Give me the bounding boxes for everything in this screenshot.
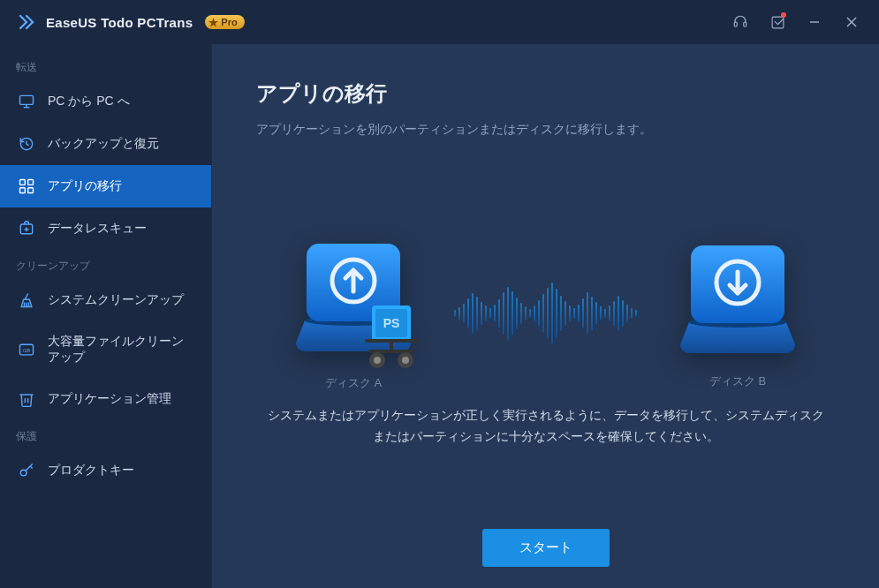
sidebar-item-label: システムクリーンアップ [48,292,184,308]
sidebar-section-transfer: 転送 [0,51,211,80]
sidebar-item-label: 大容量ファイルクリーンアップ [48,334,193,366]
sidebar-item-label: バックアップと復元 [48,136,159,152]
svg-point-38 [402,357,409,364]
cart-icon: PS [356,300,427,371]
broom-icon [18,291,35,309]
sidebar-item-label: プロダクトキー [48,463,134,479]
close-button[interactable] [833,6,870,38]
sidebar-item-large-file-cleanup[interactable]: GB 大容量ファイルクリーンアップ [0,321,211,378]
disk-b-icon [671,238,804,358]
notification-dot [781,12,786,18]
notification-icon[interactable] [759,6,796,38]
svg-text:PS: PS [383,316,400,330]
svg-rect-13 [20,188,26,193]
logo-icon [18,12,37,32]
sidebar-item-app-management[interactable]: アプリケーション管理 [0,378,211,420]
page-title: アプリの移行 [256,79,835,108]
svg-rect-3 [772,17,784,28]
disk-b-label: ディスク B [709,373,766,389]
app-logo: EaseUS Todo PCTrans Pro [18,12,245,32]
sidebar-item-product-key[interactable]: プロダクトキー [0,449,211,492]
monitor-icon [18,93,35,110]
start-button[interactable]: スタート [482,529,610,567]
svg-rect-11 [20,180,26,185]
sidebar-item-app-migration[interactable]: アプリの移行 [0,165,211,207]
sidebar-item-backup-restore[interactable]: バックアップと復元 [0,123,211,165]
svg-marker-0 [208,18,218,26]
pro-badge: Pro [205,15,244,29]
minimize-button[interactable] [796,6,833,38]
svg-rect-2 [744,22,746,26]
svg-point-36 [374,357,381,364]
svg-rect-14 [28,188,34,193]
page-subtitle: アプリケーションを別のパーティションまたはディスクに移行します。 [256,122,835,138]
rescue-icon [18,220,35,237]
svg-rect-12 [28,180,34,185]
apps-icon [18,177,35,195]
sidebar-section-protect: 保護 [0,420,211,449]
sidebar-item-system-cleanup[interactable]: システムクリーンアップ [0,279,211,321]
key-icon [18,462,35,479]
svg-rect-7 [20,95,34,104]
sidebar-item-label: アプリケーション管理 [48,391,171,407]
large-file-icon: GB [18,341,35,358]
svg-rect-1 [734,22,737,26]
sidebar-item-label: データレスキュー [48,221,147,237]
title-bar: EaseUS Todo PCTrans Pro [0,0,879,44]
sidebar-section-cleanup: クリーンアップ [0,250,211,279]
main-content: アプリの移行 アプリケーションを別のパーティションまたはディスクに移行します。 [212,44,879,588]
sidebar-item-label: アプリの移行 [48,178,122,194]
support-icon[interactable] [722,6,759,38]
svg-text:GB: GB [23,348,31,353]
disk-a-label: ディスク A [325,375,382,391]
app-brand: EaseUS Todo PCTrans [46,15,193,30]
disk-b-column: ディスク B [640,238,835,389]
illustration-area: PS ディスク A [256,164,835,511]
disk-a-column: PS ディスク A [256,237,451,391]
svg-point-25 [20,470,27,476]
sidebar: 転送 PC から PC へ バックアップと復元 アプリの移行 データレスキュー … [0,44,212,588]
sidebar-item-pc-to-pc[interactable]: PC から PC へ [0,80,211,123]
trash-icon [18,390,35,408]
sidebar-item-data-rescue[interactable]: データレスキュー [0,207,211,250]
hint-text: システムまたはアプリケーションが正しく実行されるように、データを移行して、システ… [263,405,829,449]
sidebar-item-label: PC から PC へ [48,94,130,109]
transfer-wave-icon [451,278,640,349]
restore-icon [18,135,35,153]
